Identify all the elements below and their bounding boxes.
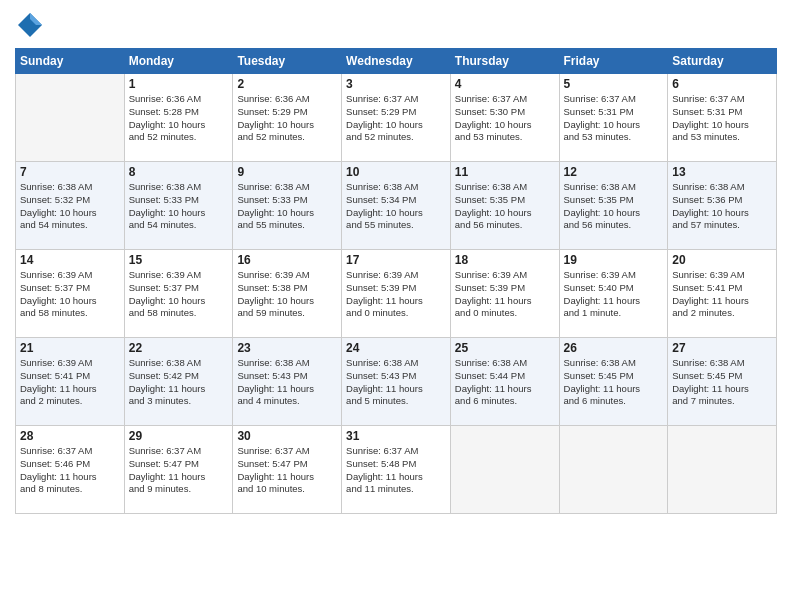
day-info: Sunrise: 6:38 AM Sunset: 5:42 PM Dayligh… <box>129 357 229 408</box>
day-cell: 3Sunrise: 6:37 AM Sunset: 5:29 PM Daylig… <box>342 74 451 162</box>
day-number: 19 <box>564 253 664 267</box>
day-info: Sunrise: 6:37 AM Sunset: 5:30 PM Dayligh… <box>455 93 555 144</box>
day-cell: 30Sunrise: 6:37 AM Sunset: 5:47 PM Dayli… <box>233 426 342 514</box>
logo <box>15 10 49 40</box>
day-number: 7 <box>20 165 120 179</box>
day-number: 6 <box>672 77 772 91</box>
column-header-thursday: Thursday <box>450 49 559 74</box>
day-info: Sunrise: 6:39 AM Sunset: 5:37 PM Dayligh… <box>20 269 120 320</box>
day-cell <box>16 74 125 162</box>
day-number: 5 <box>564 77 664 91</box>
day-info: Sunrise: 6:38 AM Sunset: 5:44 PM Dayligh… <box>455 357 555 408</box>
day-info: Sunrise: 6:38 AM Sunset: 5:45 PM Dayligh… <box>672 357 772 408</box>
day-cell: 29Sunrise: 6:37 AM Sunset: 5:47 PM Dayli… <box>124 426 233 514</box>
day-cell: 21Sunrise: 6:39 AM Sunset: 5:41 PM Dayli… <box>16 338 125 426</box>
day-info: Sunrise: 6:37 AM Sunset: 5:48 PM Dayligh… <box>346 445 446 496</box>
day-number: 21 <box>20 341 120 355</box>
day-cell: 11Sunrise: 6:38 AM Sunset: 5:35 PM Dayli… <box>450 162 559 250</box>
day-info: Sunrise: 6:37 AM Sunset: 5:31 PM Dayligh… <box>672 93 772 144</box>
day-info: Sunrise: 6:38 AM Sunset: 5:36 PM Dayligh… <box>672 181 772 232</box>
header <box>15 10 777 40</box>
day-info: Sunrise: 6:37 AM Sunset: 5:29 PM Dayligh… <box>346 93 446 144</box>
day-cell: 23Sunrise: 6:38 AM Sunset: 5:43 PM Dayli… <box>233 338 342 426</box>
day-number: 12 <box>564 165 664 179</box>
day-cell: 22Sunrise: 6:38 AM Sunset: 5:42 PM Dayli… <box>124 338 233 426</box>
day-number: 16 <box>237 253 337 267</box>
day-info: Sunrise: 6:38 AM Sunset: 5:32 PM Dayligh… <box>20 181 120 232</box>
day-cell: 12Sunrise: 6:38 AM Sunset: 5:35 PM Dayli… <box>559 162 668 250</box>
day-number: 17 <box>346 253 446 267</box>
day-info: Sunrise: 6:39 AM Sunset: 5:40 PM Dayligh… <box>564 269 664 320</box>
day-info: Sunrise: 6:36 AM Sunset: 5:28 PM Dayligh… <box>129 93 229 144</box>
day-number: 25 <box>455 341 555 355</box>
column-header-monday: Monday <box>124 49 233 74</box>
day-number: 23 <box>237 341 337 355</box>
day-number: 1 <box>129 77 229 91</box>
day-number: 9 <box>237 165 337 179</box>
day-cell: 10Sunrise: 6:38 AM Sunset: 5:34 PM Dayli… <box>342 162 451 250</box>
day-cell: 16Sunrise: 6:39 AM Sunset: 5:38 PM Dayli… <box>233 250 342 338</box>
logo-icon <box>15 10 45 40</box>
day-info: Sunrise: 6:39 AM Sunset: 5:37 PM Dayligh… <box>129 269 229 320</box>
day-cell: 9Sunrise: 6:38 AM Sunset: 5:33 PM Daylig… <box>233 162 342 250</box>
day-cell: 18Sunrise: 6:39 AM Sunset: 5:39 PM Dayli… <box>450 250 559 338</box>
day-cell: 6Sunrise: 6:37 AM Sunset: 5:31 PM Daylig… <box>668 74 777 162</box>
day-cell: 2Sunrise: 6:36 AM Sunset: 5:29 PM Daylig… <box>233 74 342 162</box>
week-row-0: 1Sunrise: 6:36 AM Sunset: 5:28 PM Daylig… <box>16 74 777 162</box>
day-info: Sunrise: 6:39 AM Sunset: 5:41 PM Dayligh… <box>672 269 772 320</box>
day-cell <box>450 426 559 514</box>
day-number: 3 <box>346 77 446 91</box>
day-info: Sunrise: 6:36 AM Sunset: 5:29 PM Dayligh… <box>237 93 337 144</box>
day-cell: 15Sunrise: 6:39 AM Sunset: 5:37 PM Dayli… <box>124 250 233 338</box>
day-number: 13 <box>672 165 772 179</box>
day-number: 15 <box>129 253 229 267</box>
day-number: 31 <box>346 429 446 443</box>
day-number: 26 <box>564 341 664 355</box>
day-info: Sunrise: 6:37 AM Sunset: 5:46 PM Dayligh… <box>20 445 120 496</box>
day-cell: 7Sunrise: 6:38 AM Sunset: 5:32 PM Daylig… <box>16 162 125 250</box>
day-cell: 5Sunrise: 6:37 AM Sunset: 5:31 PM Daylig… <box>559 74 668 162</box>
column-header-sunday: Sunday <box>16 49 125 74</box>
day-info: Sunrise: 6:39 AM Sunset: 5:38 PM Dayligh… <box>237 269 337 320</box>
day-number: 14 <box>20 253 120 267</box>
day-number: 10 <box>346 165 446 179</box>
day-info: Sunrise: 6:38 AM Sunset: 5:33 PM Dayligh… <box>129 181 229 232</box>
day-cell: 19Sunrise: 6:39 AM Sunset: 5:40 PM Dayli… <box>559 250 668 338</box>
day-cell: 24Sunrise: 6:38 AM Sunset: 5:43 PM Dayli… <box>342 338 451 426</box>
day-number: 18 <box>455 253 555 267</box>
day-cell: 25Sunrise: 6:38 AM Sunset: 5:44 PM Dayli… <box>450 338 559 426</box>
column-header-tuesday: Tuesday <box>233 49 342 74</box>
day-number: 28 <box>20 429 120 443</box>
column-header-saturday: Saturday <box>668 49 777 74</box>
day-number: 8 <box>129 165 229 179</box>
day-number: 4 <box>455 77 555 91</box>
day-info: Sunrise: 6:38 AM Sunset: 5:35 PM Dayligh… <box>455 181 555 232</box>
day-cell: 8Sunrise: 6:38 AM Sunset: 5:33 PM Daylig… <box>124 162 233 250</box>
day-cell: 4Sunrise: 6:37 AM Sunset: 5:30 PM Daylig… <box>450 74 559 162</box>
day-number: 22 <box>129 341 229 355</box>
day-cell: 27Sunrise: 6:38 AM Sunset: 5:45 PM Dayli… <box>668 338 777 426</box>
day-info: Sunrise: 6:38 AM Sunset: 5:43 PM Dayligh… <box>346 357 446 408</box>
calendar-table: SundayMondayTuesdayWednesdayThursdayFrid… <box>15 48 777 514</box>
day-info: Sunrise: 6:39 AM Sunset: 5:41 PM Dayligh… <box>20 357 120 408</box>
day-cell: 20Sunrise: 6:39 AM Sunset: 5:41 PM Dayli… <box>668 250 777 338</box>
day-info: Sunrise: 6:37 AM Sunset: 5:47 PM Dayligh… <box>237 445 337 496</box>
column-header-wednesday: Wednesday <box>342 49 451 74</box>
day-number: 30 <box>237 429 337 443</box>
day-info: Sunrise: 6:39 AM Sunset: 5:39 PM Dayligh… <box>346 269 446 320</box>
day-info: Sunrise: 6:38 AM Sunset: 5:43 PM Dayligh… <box>237 357 337 408</box>
day-cell: 17Sunrise: 6:39 AM Sunset: 5:39 PM Dayli… <box>342 250 451 338</box>
week-row-3: 21Sunrise: 6:39 AM Sunset: 5:41 PM Dayli… <box>16 338 777 426</box>
day-number: 29 <box>129 429 229 443</box>
day-cell: 1Sunrise: 6:36 AM Sunset: 5:28 PM Daylig… <box>124 74 233 162</box>
day-number: 2 <box>237 77 337 91</box>
day-number: 11 <box>455 165 555 179</box>
week-row-2: 14Sunrise: 6:39 AM Sunset: 5:37 PM Dayli… <box>16 250 777 338</box>
day-cell: 26Sunrise: 6:38 AM Sunset: 5:45 PM Dayli… <box>559 338 668 426</box>
day-cell: 14Sunrise: 6:39 AM Sunset: 5:37 PM Dayli… <box>16 250 125 338</box>
day-cell: 28Sunrise: 6:37 AM Sunset: 5:46 PM Dayli… <box>16 426 125 514</box>
day-info: Sunrise: 6:39 AM Sunset: 5:39 PM Dayligh… <box>455 269 555 320</box>
day-info: Sunrise: 6:38 AM Sunset: 5:33 PM Dayligh… <box>237 181 337 232</box>
week-row-1: 7Sunrise: 6:38 AM Sunset: 5:32 PM Daylig… <box>16 162 777 250</box>
day-cell <box>668 426 777 514</box>
